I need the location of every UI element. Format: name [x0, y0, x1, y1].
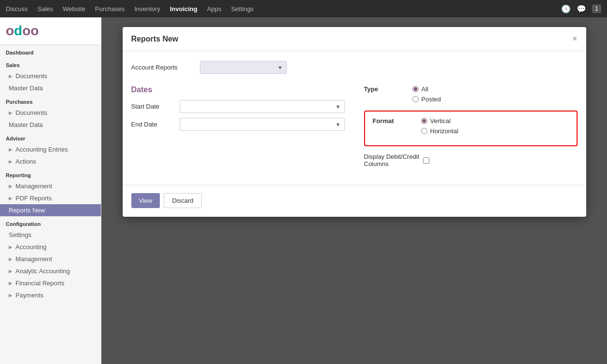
clock-icon: 🕓 — [561, 4, 571, 14]
arrow-icon: ▶ — [9, 73, 13, 79]
logo-area: odoo — [0, 17, 101, 45]
type-posted-radio[interactable] — [412, 96, 419, 102]
account-reports-label: Account Reports — [131, 64, 194, 71]
sidebar-item-label: Reports New — [9, 207, 45, 214]
account-reports-select-wrapper: ▼ — [200, 61, 287, 74]
sidebar-item-management[interactable]: ▶ Management — [0, 180, 101, 192]
sidebar-item-purchases-documents[interactable]: ▶ Documents — [0, 107, 101, 119]
end-date-row: End Date ▼ — [131, 118, 345, 131]
format-horizontal-option[interactable]: Horizontal — [421, 127, 459, 135]
type-radio-group: All Posted — [412, 85, 441, 103]
sidebar-item-label: Documents — [15, 72, 47, 80]
arrow-icon: ▶ — [9, 183, 13, 189]
close-button[interactable]: × — [572, 34, 578, 44]
modal-footer: View Discard — [123, 193, 586, 217]
sidebar-item-sales-masterdata[interactable]: Master Data — [0, 82, 101, 94]
nav-settings[interactable]: Settings — [231, 5, 254, 13]
end-date-label: End Date — [131, 121, 175, 128]
type-section: Type All Posted — [364, 85, 578, 103]
sidebar-item-label: Analytic Accounting — [15, 267, 70, 275]
odoo-logo: odoo — [6, 23, 39, 39]
sidebar-item-actions[interactable]: ▶ Actions — [0, 155, 101, 168]
section-configuration: Configuration — [0, 216, 101, 229]
sidebar-item-sales-documents[interactable]: ▶ Documents — [0, 70, 101, 82]
sidebar-item-label: Master Data — [9, 121, 43, 128]
sidebar-item-financial-reports[interactable]: ▶ Financial Reports — [0, 277, 101, 289]
section-reporting: Reporting — [0, 168, 101, 180]
arrow-icon: ▶ — [9, 256, 13, 262]
main-content: Reports New × Account Reports ▼ — [101, 17, 607, 364]
arrow-icon: ▶ — [9, 147, 13, 152]
type-all-option[interactable]: All — [412, 85, 441, 93]
account-reports-select[interactable] — [200, 61, 287, 74]
end-date-wrapper: ▼ — [180, 118, 345, 131]
type-row: Type All Posted — [364, 85, 578, 103]
modal-overlay[interactable]: Reports New × Account Reports ▼ — [101, 17, 607, 364]
sidebar-item-config-management[interactable]: ▶ Management — [0, 253, 101, 265]
view-button[interactable]: View — [131, 193, 160, 208]
modal-divider — [123, 185, 586, 185]
type-all-radio[interactable] — [412, 86, 419, 92]
arrow-icon: ▶ — [9, 110, 13, 115]
arrow-icon: ▶ — [9, 159, 13, 164]
nav-invoicing[interactable]: Invoicing — [170, 5, 198, 13]
end-date-select[interactable] — [180, 118, 345, 131]
sidebar-item-accounting-entries[interactable]: ▶ Accounting Entries — [0, 143, 101, 155]
modal-body: Account Reports ▼ Dates — [123, 51, 586, 177]
arrow-icon: ▶ — [9, 293, 13, 298]
sidebar: odoo Dashboard Sales ▶ Documents Master … — [0, 17, 101, 364]
account-reports-row: Account Reports ▼ — [131, 61, 578, 74]
format-radio-group: Vertical Horizontal — [421, 117, 459, 135]
sidebar-item-label: Settings — [9, 231, 31, 238]
sidebar-item-settings[interactable]: Settings — [0, 229, 101, 241]
type-all-label: All — [422, 85, 428, 93]
sidebar-item-label: Management — [15, 182, 52, 190]
sidebar-item-analytic-accounting[interactable]: ▶ Analytic Accounting — [0, 265, 101, 277]
dates-column: Dates Start Date ▼ — [131, 85, 345, 168]
nav-apps[interactable]: Apps — [207, 5, 222, 13]
discard-button[interactable]: Discard — [164, 193, 201, 208]
start-date-row: Start Date ▼ — [131, 100, 345, 113]
nav-purchases[interactable]: Purchases — [95, 5, 125, 13]
sidebar-item-pdf-reports[interactable]: ▶ PDF Reports — [0, 192, 101, 204]
sidebar-item-dynamic-reports[interactable]: Reports New — [0, 204, 101, 216]
display-debit-credit-row: Display Debit/CreditColumns — [364, 153, 578, 168]
two-column-layout: Dates Start Date ▼ — [131, 85, 578, 168]
format-horizontal-radio[interactable] — [421, 128, 427, 134]
arrow-icon: ▶ — [9, 280, 13, 286]
nav-website[interactable]: Website — [63, 5, 85, 13]
sidebar-item-label: Actions — [15, 158, 36, 165]
nav-discuss[interactable]: Discuss — [6, 5, 28, 13]
chat-icon: 💬 — [577, 4, 586, 14]
format-vertical-radio[interactable] — [421, 118, 427, 124]
sidebar-item-payments[interactable]: ▶ Payments — [0, 289, 101, 301]
type-posted-option[interactable]: Posted — [412, 96, 441, 103]
start-date-select[interactable] — [180, 100, 345, 113]
start-date-label: Start Date — [131, 103, 175, 110]
format-horizontal-label: Horizontal — [430, 127, 459, 135]
dates-title: Dates — [131, 85, 345, 94]
arrow-icon: ▶ — [9, 196, 13, 201]
modal-header: Reports New × — [123, 27, 586, 51]
sidebar-item-label: Master Data — [9, 84, 43, 92]
sidebar-item-label: PDF Reports — [15, 195, 52, 202]
modal-dialog: Reports New × Account Reports ▼ — [123, 27, 586, 217]
section-sales: Sales — [0, 57, 101, 70]
sidebar-item-purchases-masterdata[interactable]: Master Data — [0, 119, 101, 131]
sidebar-item-label: Accounting Entries — [15, 146, 68, 153]
display-debit-credit-label: Display Debit/CreditColumns — [364, 153, 420, 168]
section-purchases: Purchases — [0, 94, 101, 107]
format-box: Format Vertical Horizontal — [364, 111, 578, 146]
options-column: Type All Posted — [364, 85, 578, 168]
display-debit-credit-checkbox[interactable] — [423, 157, 429, 164]
modal-title: Reports New — [131, 35, 179, 43]
format-vertical-label: Vertical — [430, 117, 451, 125]
sidebar-item-label: Financial Reports — [15, 280, 64, 287]
nav-inventory[interactable]: Inventory — [134, 5, 160, 13]
format-row: Format Vertical Horizontal — [373, 117, 569, 135]
sidebar-item-accounting[interactable]: ▶ Accounting — [0, 241, 101, 253]
sidebar-item-label: Documents — [15, 109, 47, 116]
sidebar-item-label: Management — [15, 255, 52, 263]
format-vertical-option[interactable]: Vertical — [421, 117, 459, 125]
nav-sales[interactable]: Sales — [38, 5, 54, 13]
